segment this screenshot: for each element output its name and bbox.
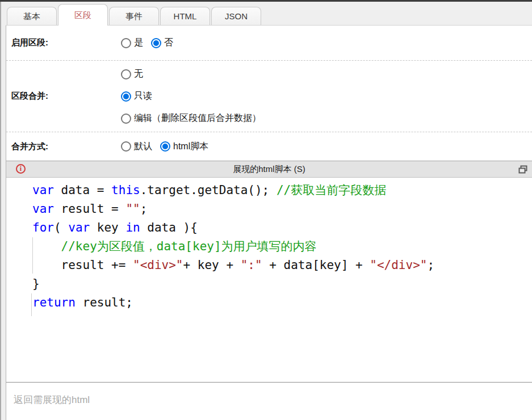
radio-option-label: 否: [164, 37, 173, 49]
radio-unchecked-icon[interactable]: [121, 69, 131, 79]
radio-checked-icon[interactable]: [151, 38, 161, 48]
radio-option[interactable]: 否: [151, 37, 173, 49]
row-label: 启用区段:: [6, 37, 121, 48]
form: 启用区段:是否区段合并:无只读编辑（删除区段值后合并数据）合并方式:默认html…: [6, 26, 532, 161]
script-return-hint: 返回需展现的html: [14, 394, 90, 405]
radio-option[interactable]: 只读: [121, 85, 152, 107]
radio-option-label: 默认: [134, 141, 152, 153]
code-line: for( var key in data ){: [32, 219, 532, 237]
info-icon[interactable]: i: [16, 164, 26, 174]
radio-unchecked-icon[interactable]: [121, 114, 131, 124]
radio-checked-icon[interactable]: [160, 141, 170, 152]
radio-option[interactable]: 默认: [121, 141, 152, 153]
radio-option[interactable]: 无: [121, 63, 143, 85]
code-line: var data = this.target.getData(); //获取当前…: [32, 181, 532, 200]
window-left-edge: [0, 2, 1, 420]
row-label: 区段合并:: [6, 91, 121, 102]
code-editor[interactable]: var data = this.target.getData(); //获取当前…: [6, 178, 532, 382]
restore-window-icon[interactable]: [518, 165, 527, 176]
tab-事件[interactable]: 事件: [109, 7, 159, 25]
form-row: 区段合并:无只读编辑（删除区段值后合并数据）: [6, 61, 532, 132]
indent-guide: [31, 293, 32, 316]
form-row: 合并方式:默认html脚本: [6, 132, 532, 161]
tab-JSON[interactable]: JSON: [211, 7, 261, 25]
code-line: return result;: [32, 293, 532, 312]
radio-checked-icon[interactable]: [121, 91, 131, 102]
script-editor-header: i 展现的html脚本 (S): [6, 161, 532, 178]
code-content[interactable]: var data = this.target.getData(); //获取当前…: [32, 181, 532, 312]
radio-group: 默认html脚本: [121, 141, 216, 153]
radio-option-label: html脚本: [173, 141, 208, 153]
script-return-hint-area[interactable]: 返回需展现的html: [6, 382, 532, 420]
code-line: }: [32, 275, 532, 293]
code-line: var result = "";: [32, 200, 532, 219]
tab-bar: 基本区段事件HTMLJSON: [6, 2, 532, 26]
code-line: result += "<div>"+ key + ":" + data[key]…: [32, 256, 532, 275]
form-row: 启用区段:是否: [6, 26, 532, 61]
tab-HTML[interactable]: HTML: [160, 7, 210, 25]
radio-unchecked-icon[interactable]: [121, 38, 131, 48]
radio-group: 是否: [121, 37, 181, 49]
tab-区段[interactable]: 区段: [58, 4, 108, 26]
row-label: 合并方式:: [6, 141, 121, 152]
radio-option-label: 是: [134, 37, 143, 49]
radio-group: 无只读编辑（删除区段值后合并数据）: [121, 63, 261, 129]
radio-unchecked-icon[interactable]: [121, 141, 131, 152]
radio-option-label: 无: [134, 68, 143, 80]
radio-option-label: 只读: [134, 90, 152, 102]
radio-option[interactable]: 是: [121, 37, 143, 49]
indent-guide: [32, 237, 33, 274]
radio-option[interactable]: 编辑（删除区段值后合并数据）: [121, 107, 261, 129]
radio-option[interactable]: html脚本: [160, 141, 208, 153]
script-editor-title: 展现的html脚本 (S): [6, 164, 532, 175]
tab-基本[interactable]: 基本: [7, 7, 57, 25]
section-panel: 启用区段:是否区段合并:无只读编辑（删除区段值后合并数据）合并方式:默认html…: [6, 26, 532, 420]
radio-option-label: 编辑（删除区段值后合并数据）: [134, 112, 261, 124]
code-line: //key为区段值，data[key]为用户填写的内容: [32, 237, 532, 256]
